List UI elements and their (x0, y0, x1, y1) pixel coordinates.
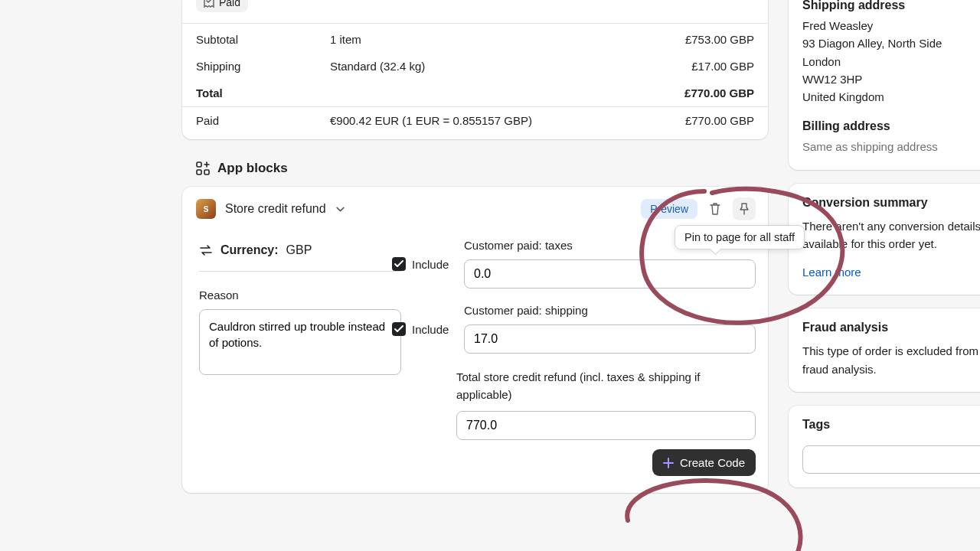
taxes-input[interactable] (464, 259, 756, 289)
svg-rect-0 (197, 162, 201, 167)
conversion-title: Conversion summary (802, 196, 980, 210)
shipping-line: Fred Weasley (802, 17, 980, 34)
shipping-line: WW12 3HP (802, 70, 980, 88)
label: Total (196, 86, 330, 99)
totals-total-row: Total £770.00 GBP (182, 80, 768, 106)
currency-row: Currency: GBP (199, 239, 401, 272)
block-name: Store credit refund (225, 202, 326, 216)
preview-badge[interactable]: Preview (641, 199, 697, 219)
tags-input[interactable] (802, 445, 980, 474)
store-credit-app-icon: S (196, 199, 216, 219)
detail: €900.42 EUR (1 EUR = 0.855157 GBP) (330, 114, 685, 127)
delete-block-button[interactable] (704, 197, 727, 220)
reason-label: Reason (199, 289, 401, 302)
detail: 1 item (330, 33, 685, 46)
pin-icon (738, 202, 750, 216)
currency-swap-icon (199, 244, 213, 256)
include-taxes-checkbox[interactable] (392, 257, 406, 271)
totals-subtotal-row: Subtotal 1 item £753.00 GBP (182, 24, 768, 53)
detail: Standard (32.4 kg) (330, 60, 691, 73)
label: Paid (196, 114, 330, 127)
label: Subtotal (196, 33, 330, 46)
app-blocks-title: App blocks (182, 161, 768, 187)
currency-value: GBP (286, 243, 312, 257)
amount: £753.00 GBP (685, 33, 754, 46)
fraud-text: This type of order is excluded from card… (802, 342, 980, 378)
shipping-line: United Kingdom (802, 88, 980, 106)
conversion-text: There aren't any conversion details avai… (802, 217, 980, 253)
total-credit-label: Total store credit refund (incl. taxes &… (456, 369, 756, 403)
conversion-summary-card: Conversion summary There aren't any conv… (789, 184, 980, 295)
conversion-learn-more-link[interactable]: Learn more (802, 263, 980, 281)
app-blocks-icon (196, 161, 210, 175)
pin-tooltip: Pin to page for all staff (675, 225, 805, 249)
receipt-icon (204, 0, 214, 8)
tags-card: Tags (789, 406, 980, 487)
shipping-field-label: Customer paid: shipping (464, 304, 756, 317)
total-credit-input[interactable] (456, 411, 756, 440)
tags-title: Tags (802, 418, 980, 432)
shipping-input[interactable] (464, 324, 756, 354)
amount: £770.00 GBP (684, 86, 754, 99)
billing-address-title: Billing address (802, 119, 980, 133)
order-summary-card: Paid Subtotal 1 item £753.00 GBP Shippin… (182, 0, 768, 139)
chevron-down-icon[interactable] (335, 204, 345, 214)
include-shipping-checkbox[interactable] (392, 322, 406, 336)
svg-rect-1 (197, 170, 201, 174)
billing-text: Same as shipping address (802, 138, 980, 155)
paid-label: Paid (219, 0, 240, 8)
svg-rect-2 (204, 170, 209, 174)
fraud-title: Fraud analysis (802, 321, 980, 334)
customer-addresses-card: Shipping address Fred Weasley 93 Diagon … (789, 0, 980, 170)
trash-icon (709, 202, 721, 216)
shipping-line: 93 Diagon Alley, North Side (802, 34, 980, 52)
pin-block-button[interactable] (733, 197, 756, 220)
amount: £770.00 GBP (685, 114, 754, 127)
fraud-analysis-card: Fraud analysis This type of order is exc… (789, 308, 980, 392)
totals-paid-row: Paid €900.42 EUR (1 EUR = 0.855157 GBP) … (182, 107, 768, 139)
shipping-line: London (802, 53, 980, 70)
label: Shipping (196, 60, 330, 73)
plus-icon (663, 458, 674, 468)
shipping-address-title: Shipping address (802, 0, 980, 12)
reason-input[interactable] (199, 309, 401, 375)
totals-shipping-row: Shipping Standard (32.4 kg) £17.00 GBP (182, 53, 768, 80)
create-code-button[interactable]: Create Code (652, 449, 756, 476)
detail (330, 86, 684, 99)
paid-badge: Paid (196, 0, 248, 12)
amount: £17.00 GBP (691, 60, 754, 73)
